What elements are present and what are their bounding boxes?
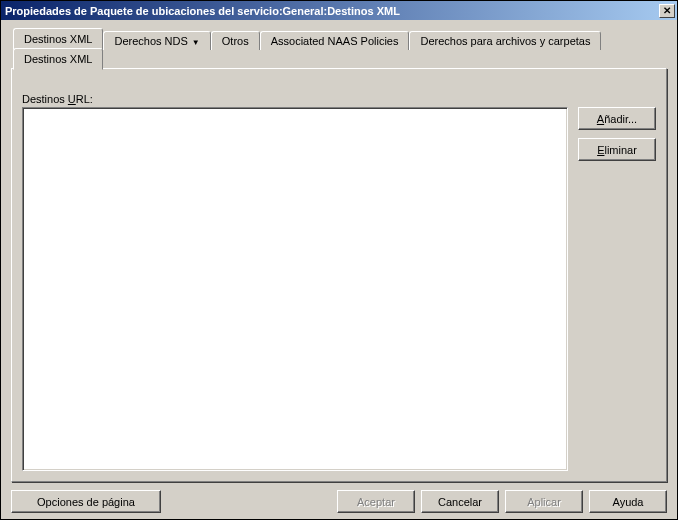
tab-label: Associated NAAS Policies — [271, 35, 399, 47]
button-label: Aceptar — [357, 496, 395, 508]
tabstrip-main: Destinos XML Derechos NDS▼ Otros Associa… — [11, 28, 667, 49]
tab-panel: Destinos URL: Añadir... Eliminar — [11, 68, 667, 482]
tab-label: Destinos XML — [24, 33, 92, 45]
remove-button[interactable]: Eliminar — [578, 138, 656, 161]
tab-label: Derechos NDS — [114, 35, 187, 47]
tabstrip-sub: Destinos XML — [11, 48, 667, 69]
side-buttons: Añadir... Eliminar — [578, 107, 656, 471]
close-icon: ✕ — [663, 5, 671, 16]
add-button[interactable]: Añadir... — [578, 107, 656, 130]
destinos-url-label: Destinos URL: — [22, 93, 656, 105]
titlebar-buttons: ✕ — [655, 2, 677, 20]
properties-window: Propiedades de Paquete de ubicaciones de… — [0, 0, 678, 520]
tab-label: Destinos XML — [24, 53, 92, 65]
dialog-button-bar: Opciones de página Aceptar Cancelar Apli… — [11, 482, 667, 513]
subtab-destinos-xml[interactable]: Destinos XML — [13, 48, 103, 70]
button-label: Ayuda — [613, 496, 644, 508]
window-title: Propiedades de Paquete de ubicaciones de… — [5, 5, 400, 17]
ok-button[interactable]: Aceptar — [337, 490, 415, 513]
tab-destinos-xml[interactable]: Destinos XML — [13, 28, 103, 50]
panel-inner: Añadir... Eliminar — [22, 107, 656, 471]
help-button[interactable]: Ayuda — [589, 490, 667, 513]
apply-button[interactable]: Aplicar — [505, 490, 583, 513]
button-label: Aplicar — [527, 496, 561, 508]
destinos-url-listbox[interactable] — [22, 107, 568, 471]
titlebar: Propiedades de Paquete de ubicaciones de… — [1, 1, 677, 20]
chevron-down-icon: ▼ — [192, 38, 200, 47]
cancel-button[interactable]: Cancelar — [421, 490, 499, 513]
page-options-button[interactable]: Opciones de página — [11, 490, 161, 513]
client-area: Destinos XML Derechos NDS▼ Otros Associa… — [1, 20, 677, 519]
tab-label: Derechos para archivos y carpetas — [420, 35, 590, 47]
tab-label: Otros — [222, 35, 249, 47]
close-button[interactable]: ✕ — [659, 4, 675, 18]
button-label: Opciones de página — [37, 496, 135, 508]
button-label: Cancelar — [438, 496, 482, 508]
